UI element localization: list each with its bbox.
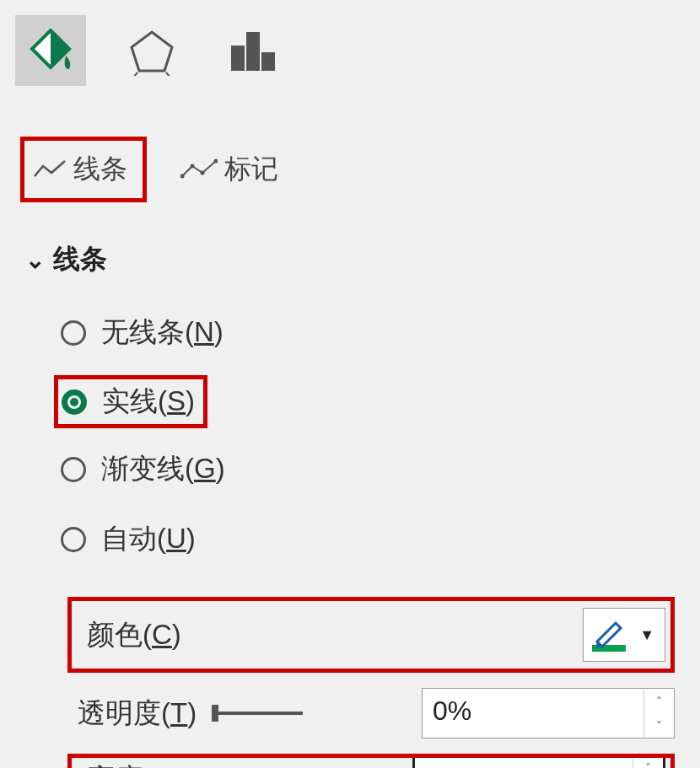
subtab-row: 线条 标记 [0, 103, 700, 219]
prop-width-row: 宽度(W) 1.75 磅 ˄ ˅ [67, 754, 675, 768]
effects-category-icon[interactable] [116, 15, 187, 86]
prop-transparency-label: 透明度(T) [67, 695, 197, 733]
section-line-title: 线条 [53, 241, 107, 278]
tab-marker-label: 标记 [224, 151, 278, 188]
transparency-slider[interactable] [208, 701, 310, 725]
color-picker-button[interactable]: ▼ [583, 608, 665, 662]
radio-auto-line-label: 自动(U) [101, 520, 196, 558]
svg-rect-12 [212, 705, 218, 722]
prop-width-label: 宽度(W) [77, 760, 187, 768]
marker-icon [180, 158, 218, 181]
prop-color-label: 颜色(C) [77, 616, 181, 654]
line-icon [33, 158, 67, 181]
line-properties: 颜色(C) ▼ 透明度(T) 0% ˄ [0, 593, 700, 768]
svg-rect-3 [231, 46, 245, 71]
radio-solid-line[interactable]: 实线(S) [54, 375, 207, 428]
radio-solid-line-label: 实线(S) [102, 383, 195, 421]
section-line-header[interactable]: ⌄ 线条 [0, 219, 700, 287]
category-icon-row [0, 0, 700, 103]
tab-line[interactable]: 线条 [20, 137, 147, 202]
tab-line-label: 线条 [73, 151, 127, 188]
transparency-value: 0% [423, 689, 643, 738]
fill-line-category-icon[interactable] [15, 15, 86, 86]
spin-up-icon[interactable]: ˄ [633, 757, 663, 769]
pencil-color-icon [590, 616, 627, 653]
svg-point-7 [191, 164, 195, 169]
prop-transparency-row: 透明度(T) 0% ˄ ˅ [67, 681, 675, 745]
svg-rect-4 [246, 32, 260, 71]
svg-line-1 [133, 73, 137, 76]
radio-icon [61, 527, 86, 552]
spin-up-icon[interactable]: ˄ [644, 689, 674, 713]
svg-line-2 [166, 73, 170, 76]
dropdown-arrow-icon: ▼ [633, 626, 658, 644]
radio-icon [62, 389, 87, 415]
spinner-arrows: ˄ ˅ [633, 757, 663, 769]
line-type-radio-group: 无线条(N) 实线(S) 渐变线(G) 自动(U) [0, 287, 700, 593]
chevron-down-icon: ⌄ [25, 246, 45, 274]
svg-rect-5 [261, 52, 275, 71]
width-spinner[interactable]: 1.75 磅 ˄ ˅ [412, 755, 665, 769]
width-value: 1.75 磅 [415, 757, 633, 769]
radio-no-line[interactable]: 无线条(N) [54, 310, 700, 355]
spin-down-icon[interactable]: ˅ [644, 713, 674, 738]
chart-category-icon[interactable] [218, 15, 288, 86]
radio-icon [61, 457, 86, 482]
spinner-arrows: ˄ ˅ [643, 689, 674, 738]
svg-marker-0 [132, 32, 172, 71]
transparency-spinner[interactable]: 0% ˄ ˅ [422, 688, 675, 738]
radio-gradient-line[interactable]: 渐变线(G) [54, 447, 700, 491]
svg-point-8 [201, 171, 205, 175]
tab-marker[interactable]: 标记 [172, 146, 287, 193]
radio-auto-line[interactable]: 自动(U) [54, 517, 700, 561]
radio-no-line-label: 无线条(N) [101, 314, 223, 352]
radio-gradient-line-label: 渐变线(G) [101, 450, 225, 488]
radio-icon [61, 320, 86, 346]
prop-color-row: 颜色(C) ▼ [67, 597, 675, 673]
